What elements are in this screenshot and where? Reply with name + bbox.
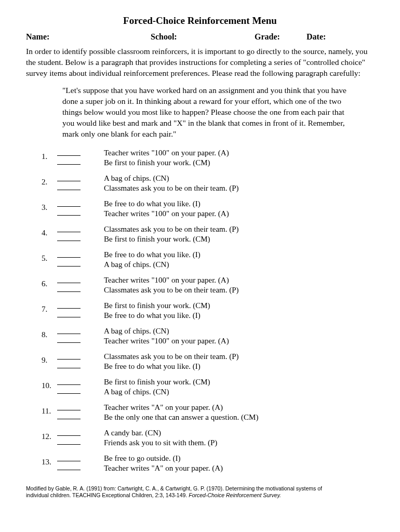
survey-item: 7. Be first to finish your work. (CM) Be… [42, 301, 374, 321]
choice-a: Be free to do what you like. (I) [104, 199, 229, 209]
item-number: 4. [42, 224, 57, 238]
item-number: 5. [42, 250, 57, 264]
footer-line2a: individual children. TEACHING Exceptiona… [26, 492, 189, 498]
choice-a: Classmates ask you to be on their team. … [104, 352, 239, 362]
document-title: Forced-Choice Reinforcement Menu [26, 15, 374, 28]
choice-b: Be free to do what you like. (I) [104, 362, 239, 372]
answer-blanks[interactable] [57, 326, 88, 345]
survey-item: 5. Be free to do what you like. (I) A ba… [42, 250, 374, 270]
answer-blanks[interactable] [57, 250, 88, 269]
item-number: 3. [42, 199, 57, 213]
item-number: 7. [42, 301, 57, 315]
answer-blanks[interactable] [57, 403, 88, 421]
answer-blanks[interactable] [57, 352, 88, 370]
choice-b: Be free to do what you like. (I) [104, 311, 210, 321]
choice-b: A bag of chips. (CN) [104, 387, 210, 397]
item-choices: A bag of chips. (CN) Teacher writes "100… [88, 326, 229, 347]
item-choices: Teacher writes "A" on your paper. (A) Be… [88, 403, 258, 423]
item-number: 2. [42, 174, 57, 188]
footer-line1: Modified by Gable, R. A. (1991) from: Ca… [26, 485, 322, 491]
item-choices: Classmates ask you to be on their team. … [88, 224, 239, 245]
survey-items: 1. Teacher writes "100" on your paper. (… [42, 148, 374, 474]
choice-a: A candy bar. (CN) [104, 428, 217, 438]
grade-label: Grade: [255, 32, 306, 43]
choice-a: Teacher writes "100" on your paper. (A) [104, 148, 229, 158]
answer-blanks[interactable] [57, 174, 88, 192]
item-choices: Be free to do what you like. (I) A bag o… [88, 250, 201, 270]
header-fields: Name: School: Grade: Date: [26, 32, 374, 43]
item-choices: Teacher writes "100" on your paper. (A) … [88, 148, 229, 168]
item-choices: Be free to go outside. (I) Teacher write… [88, 454, 223, 474]
item-choices: A bag of chips. (CN) Classmates ask you … [88, 174, 239, 194]
item-choices: Be first to finish your work. (CM) Be fr… [88, 301, 210, 321]
item-number: 1. [42, 148, 57, 162]
item-number: 9. [42, 352, 57, 366]
choice-a: A bag of chips. (CN) [104, 174, 239, 184]
item-number: 8. [42, 326, 57, 340]
survey-item: 9. Classmates ask you to be on their tea… [42, 352, 374, 372]
item-choices: A candy bar. (CN) Friends ask you to sit… [88, 428, 217, 448]
item-number: 12. [42, 428, 57, 442]
choice-a: A bag of chips. (CN) [104, 326, 229, 337]
choice-b: Be first to finish your work. (CM) [104, 234, 239, 245]
survey-item: 6. Teacher writes "100" on your paper. (… [42, 275, 374, 296]
survey-item: 13. Be free to go outside. (I) Teacher w… [42, 454, 374, 474]
answer-blanks[interactable] [57, 199, 88, 218]
school-label: School: [151, 32, 255, 43]
intro-paragraph: In order to identify possible classroom … [26, 46, 374, 79]
choice-a: Teacher writes "100" on your paper. (A) [104, 275, 239, 286]
answer-blanks[interactable] [57, 148, 88, 167]
survey-item: 11. Teacher writes "A" on your paper. (A… [42, 403, 374, 423]
choice-b: Teacher writes "A" on your paper. (A) [104, 463, 223, 474]
item-choices: Teacher writes "100" on your paper. (A) … [88, 275, 239, 296]
choice-b: A bag of chips. (CN) [104, 260, 201, 270]
survey-item: 3. Be free to do what you like. (I) Teac… [42, 199, 374, 219]
answer-blanks[interactable] [57, 275, 88, 294]
choice-b: Be first to finish your work. (CM) [104, 158, 229, 168]
item-choices: Be free to do what you like. (I) Teacher… [88, 199, 229, 219]
date-label: Date: [306, 32, 374, 43]
survey-item: 8. A bag of chips. (CN) Teacher writes "… [42, 326, 374, 347]
survey-item: 4. Classmates ask you to be on their tea… [42, 224, 374, 245]
citation-footer: Modified by Gable, R. A. (1991) from: Ca… [26, 485, 374, 499]
choice-a: Teacher writes "A" on your paper. (A) [104, 403, 258, 413]
answer-blanks[interactable] [57, 224, 88, 243]
instructions-paragraph: "Let's suppose that you have worked hard… [62, 85, 348, 140]
item-number: 6. [42, 275, 57, 289]
choice-b: Teacher writes "100" on your paper. (A) [104, 336, 229, 347]
choice-b: Teacher writes "100" on your paper. (A) [104, 209, 229, 219]
survey-item: 10. Be first to finish your work. (CM) A… [42, 377, 374, 397]
choice-b: Classmates ask you to be on their team. … [104, 285, 239, 296]
answer-blanks[interactable] [57, 428, 88, 447]
survey-item: 2. A bag of chips. (CN) Classmates ask y… [42, 174, 374, 194]
choice-a: Be free to do what you like. (I) [104, 250, 201, 260]
survey-item: 12. A candy bar. (CN) Friends ask you to… [42, 428, 374, 448]
survey-item: 1. Teacher writes "100" on your paper. (… [42, 148, 374, 168]
item-number: 10. [42, 377, 57, 391]
choice-b: Friends ask you to sit with them. (P) [104, 438, 217, 448]
choice-b: Classmates ask you to be on their team. … [104, 183, 239, 194]
choice-a: Be first to finish your work. (CM) [104, 301, 210, 311]
item-number: 11. [42, 403, 57, 417]
name-label: Name: [26, 32, 151, 43]
item-choices: Classmates ask you to be on their team. … [88, 352, 239, 372]
item-number: 13. [42, 454, 57, 468]
answer-blanks[interactable] [57, 454, 88, 472]
choice-a: Be free to go outside. (I) [104, 454, 223, 464]
item-choices: Be first to finish your work. (CM) A bag… [88, 377, 210, 397]
choice-a: Be first to finish your work. (CM) [104, 377, 210, 388]
answer-blanks[interactable] [57, 377, 88, 396]
choice-b: Be the only one that can answer a questi… [104, 413, 258, 423]
answer-blanks[interactable] [57, 301, 88, 320]
choice-a: Classmates ask you to be on their team. … [104, 224, 239, 235]
footer-line2b: Forced-Choice Reinforcement Survey. [189, 492, 281, 498]
